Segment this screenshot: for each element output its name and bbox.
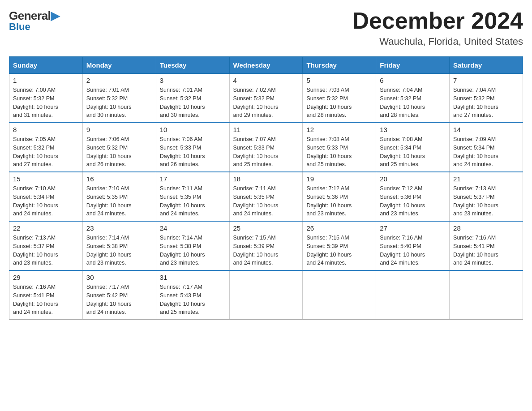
calendar-cell: 18 Sunrise: 7:11 AM Sunset: 5:35 PM Dayl… bbox=[229, 172, 303, 221]
day-info: Sunrise: 7:17 AM Sunset: 5:43 PM Dayligh… bbox=[160, 283, 226, 317]
day-number: 19 bbox=[306, 175, 372, 183]
calendar-cell: 26 Sunrise: 7:15 AM Sunset: 5:39 PM Dayl… bbox=[303, 221, 376, 270]
day-header-friday: Friday bbox=[376, 57, 450, 74]
day-number: 11 bbox=[233, 126, 299, 133]
day-info: Sunrise: 7:15 AM Sunset: 5:39 PM Dayligh… bbox=[233, 234, 299, 267]
day-number: 10 bbox=[160, 126, 226, 133]
day-number: 29 bbox=[13, 274, 79, 281]
calendar-cell: 6 Sunrise: 7:04 AM Sunset: 5:32 PM Dayli… bbox=[376, 74, 450, 123]
calendar-cell: 31 Sunrise: 7:17 AM Sunset: 5:43 PM Dayl… bbox=[156, 270, 229, 320]
day-info: Sunrise: 7:11 AM Sunset: 5:35 PM Dayligh… bbox=[160, 184, 226, 218]
logo-blue-text: Blue bbox=[9, 21, 30, 33]
day-info: Sunrise: 7:05 AM Sunset: 5:32 PM Dayligh… bbox=[13, 135, 79, 169]
day-number: 7 bbox=[453, 77, 519, 84]
calendar-week-row: 8 Sunrise: 7:05 AM Sunset: 5:32 PM Dayli… bbox=[9, 123, 523, 172]
calendar-cell: 28 Sunrise: 7:16 AM Sunset: 5:41 PM Dayl… bbox=[450, 221, 523, 270]
day-number: 22 bbox=[13, 224, 79, 232]
day-info: Sunrise: 7:01 AM Sunset: 5:32 PM Dayligh… bbox=[86, 86, 152, 120]
calendar-cell: 5 Sunrise: 7:03 AM Sunset: 5:32 PM Dayli… bbox=[303, 74, 376, 123]
calendar-cell: 17 Sunrise: 7:11 AM Sunset: 5:35 PM Dayl… bbox=[156, 172, 229, 221]
day-info: Sunrise: 7:14 AM Sunset: 5:38 PM Dayligh… bbox=[86, 234, 152, 267]
day-info: Sunrise: 7:16 AM Sunset: 5:40 PM Dayligh… bbox=[380, 234, 446, 267]
calendar-cell: 16 Sunrise: 7:10 AM Sunset: 5:35 PM Dayl… bbox=[82, 172, 156, 221]
day-header-saturday: Saturday bbox=[450, 57, 523, 74]
day-number: 28 bbox=[453, 224, 519, 232]
day-info: Sunrise: 7:00 AM Sunset: 5:32 PM Dayligh… bbox=[13, 86, 79, 120]
day-number: 8 bbox=[13, 126, 79, 133]
calendar-cell: 12 Sunrise: 7:08 AM Sunset: 5:33 PM Dayl… bbox=[303, 123, 376, 172]
month-title: December 2024 bbox=[352, 9, 523, 32]
calendar-cell bbox=[303, 270, 376, 320]
calendar-cell: 30 Sunrise: 7:17 AM Sunset: 5:42 PM Dayl… bbox=[82, 270, 156, 320]
day-number: 24 bbox=[160, 224, 226, 232]
calendar-cell bbox=[376, 270, 450, 320]
day-info: Sunrise: 7:11 AM Sunset: 5:35 PM Dayligh… bbox=[233, 184, 299, 218]
day-number: 6 bbox=[380, 77, 446, 84]
day-number: 4 bbox=[233, 77, 299, 84]
day-number: 18 bbox=[233, 175, 299, 183]
calendar-cell: 24 Sunrise: 7:14 AM Sunset: 5:38 PM Dayl… bbox=[156, 221, 229, 270]
day-number: 27 bbox=[380, 224, 446, 232]
day-number: 16 bbox=[86, 175, 152, 183]
day-info: Sunrise: 7:12 AM Sunset: 5:36 PM Dayligh… bbox=[380, 184, 446, 218]
calendar-cell: 3 Sunrise: 7:01 AM Sunset: 5:32 PM Dayli… bbox=[156, 74, 229, 123]
calendar-cell: 10 Sunrise: 7:06 AM Sunset: 5:33 PM Dayl… bbox=[156, 123, 229, 172]
calendar-cell: 23 Sunrise: 7:14 AM Sunset: 5:38 PM Dayl… bbox=[82, 221, 156, 270]
day-info: Sunrise: 7:08 AM Sunset: 5:34 PM Dayligh… bbox=[380, 135, 446, 169]
calendar-cell: 19 Sunrise: 7:12 AM Sunset: 5:36 PM Dayl… bbox=[303, 172, 376, 221]
day-info: Sunrise: 7:16 AM Sunset: 5:41 PM Dayligh… bbox=[13, 283, 79, 317]
day-number: 13 bbox=[380, 126, 446, 133]
calendar-week-row: 15 Sunrise: 7:10 AM Sunset: 5:34 PM Dayl… bbox=[9, 172, 523, 221]
day-number: 15 bbox=[13, 175, 79, 183]
location-title: Wauchula, Florida, United States bbox=[352, 36, 523, 47]
day-number: 5 bbox=[306, 77, 372, 84]
day-info: Sunrise: 7:13 AM Sunset: 5:37 PM Dayligh… bbox=[13, 234, 79, 267]
calendar-cell: 13 Sunrise: 7:08 AM Sunset: 5:34 PM Dayl… bbox=[376, 123, 450, 172]
day-info: Sunrise: 7:17 AM Sunset: 5:42 PM Dayligh… bbox=[86, 283, 152, 317]
day-number: 17 bbox=[160, 175, 226, 183]
day-number: 3 bbox=[160, 77, 226, 84]
calendar-cell: 25 Sunrise: 7:15 AM Sunset: 5:39 PM Dayl… bbox=[229, 221, 303, 270]
calendar-cell bbox=[229, 270, 303, 320]
day-info: Sunrise: 7:13 AM Sunset: 5:37 PM Dayligh… bbox=[453, 184, 519, 218]
day-info: Sunrise: 7:14 AM Sunset: 5:38 PM Dayligh… bbox=[160, 234, 226, 267]
day-number: 21 bbox=[453, 175, 519, 183]
day-info: Sunrise: 7:04 AM Sunset: 5:32 PM Dayligh… bbox=[380, 86, 446, 120]
calendar-cell: 9 Sunrise: 7:06 AM Sunset: 5:32 PM Dayli… bbox=[82, 123, 156, 172]
calendar-cell: 15 Sunrise: 7:10 AM Sunset: 5:34 PM Dayl… bbox=[9, 172, 83, 221]
day-number: 2 bbox=[86, 77, 152, 84]
calendar-table: SundayMondayTuesdayWednesdayThursdayFrid… bbox=[9, 56, 523, 320]
day-number: 31 bbox=[160, 274, 226, 281]
day-info: Sunrise: 7:09 AM Sunset: 5:34 PM Dayligh… bbox=[453, 135, 519, 169]
calendar-cell: 21 Sunrise: 7:13 AM Sunset: 5:37 PM Dayl… bbox=[450, 172, 523, 221]
calendar-cell: 27 Sunrise: 7:16 AM Sunset: 5:40 PM Dayl… bbox=[376, 221, 450, 270]
day-number: 20 bbox=[380, 175, 446, 183]
day-info: Sunrise: 7:03 AM Sunset: 5:32 PM Dayligh… bbox=[306, 86, 372, 120]
day-info: Sunrise: 7:01 AM Sunset: 5:32 PM Dayligh… bbox=[160, 86, 226, 120]
day-header-thursday: Thursday bbox=[303, 57, 376, 74]
day-info: Sunrise: 7:10 AM Sunset: 5:34 PM Dayligh… bbox=[13, 184, 79, 218]
calendar-cell: 11 Sunrise: 7:07 AM Sunset: 5:33 PM Dayl… bbox=[229, 123, 303, 172]
day-header-monday: Monday bbox=[82, 57, 156, 74]
day-info: Sunrise: 7:12 AM Sunset: 5:36 PM Dayligh… bbox=[306, 184, 372, 218]
day-info: Sunrise: 7:06 AM Sunset: 5:33 PM Dayligh… bbox=[160, 135, 226, 169]
calendar-week-row: 29 Sunrise: 7:16 AM Sunset: 5:41 PM Dayl… bbox=[9, 270, 523, 320]
day-header-sunday: Sunday bbox=[9, 57, 83, 74]
calendar-week-row: 1 Sunrise: 7:00 AM Sunset: 5:32 PM Dayli… bbox=[9, 74, 523, 123]
day-info: Sunrise: 7:10 AM Sunset: 5:35 PM Dayligh… bbox=[86, 184, 152, 218]
calendar-cell: 8 Sunrise: 7:05 AM Sunset: 5:32 PM Dayli… bbox=[9, 123, 83, 172]
day-number: 25 bbox=[233, 224, 299, 232]
logo: General▶ Blue bbox=[9, 9, 60, 33]
calendar-cell bbox=[450, 270, 523, 320]
day-number: 9 bbox=[86, 126, 152, 133]
calendar-cell: 29 Sunrise: 7:16 AM Sunset: 5:41 PM Dayl… bbox=[9, 270, 83, 320]
day-info: Sunrise: 7:06 AM Sunset: 5:32 PM Dayligh… bbox=[86, 135, 152, 169]
day-number: 23 bbox=[86, 224, 152, 232]
calendar-cell: 4 Sunrise: 7:02 AM Sunset: 5:32 PM Dayli… bbox=[229, 74, 303, 123]
page-header: General▶ Blue December 2024 Wauchula, Fl… bbox=[9, 9, 523, 47]
day-header-tuesday: Tuesday bbox=[156, 57, 229, 74]
day-number: 30 bbox=[86, 274, 152, 281]
calendar-cell: 14 Sunrise: 7:09 AM Sunset: 5:34 PM Dayl… bbox=[450, 123, 523, 172]
day-number: 1 bbox=[13, 77, 79, 84]
day-info: Sunrise: 7:02 AM Sunset: 5:32 PM Dayligh… bbox=[233, 86, 299, 120]
